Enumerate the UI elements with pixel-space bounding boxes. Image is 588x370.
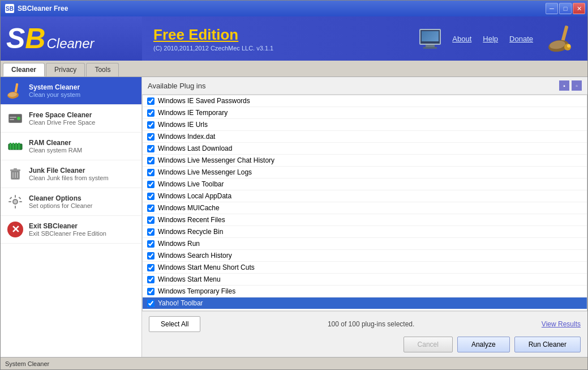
plugin-header-icons: ▪ ▫ (559, 80, 582, 91)
sidebar-item-ram-title: RAM Cleaner (29, 139, 136, 147)
plugin-list-container[interactable]: Windows IE Saved PasswordsWindows IE Tem… (142, 95, 587, 311)
plugin-list-item[interactable]: Windows Live Messenger Chat History (143, 155, 587, 167)
tab-tools[interactable]: Tools (86, 63, 119, 76)
logo-cleaner: Cleaner (46, 36, 94, 52)
svg-point-4 (567, 44, 570, 48)
plugin-checkbox[interactable] (147, 121, 154, 129)
plugin-list-item[interactable]: Windows Live Toolbar (143, 178, 587, 190)
tab-cleaner[interactable]: Cleaner (3, 63, 45, 76)
plugin-checkbox[interactable] (147, 240, 154, 248)
plugin-count: 100 of 100 plug-ins selected. (207, 320, 535, 328)
title-bar: SB SBCleaner Free ─ □ ✕ (1, 1, 587, 16)
plugin-list-item[interactable]: Windows Recent Files (143, 214, 587, 226)
ram-icon (6, 137, 24, 155)
plugin-label: Windows Start Menu Short Cuts (158, 263, 255, 271)
close-button[interactable]: ✕ (573, 3, 585, 14)
plugin-list-item[interactable]: Windows Live Messenger Logs (143, 167, 587, 178)
svg-rect-29 (15, 206, 16, 209)
plugin-list-item[interactable]: Windows Start Menu Short Cuts (143, 262, 587, 274)
sidebar-item-cleaner-options[interactable]: Cleaner Options Set options for Cleaner (1, 188, 141, 216)
sidebar-item-text: Cleaner Options Set options for Cleaner (29, 194, 136, 209)
logo-s: S (6, 23, 25, 54)
title-bar-controls: ─ □ ✕ (546, 3, 585, 14)
maximize-button[interactable]: □ (559, 3, 572, 14)
cancel-button[interactable]: Cancel (404, 337, 453, 352)
plugin-checkbox[interactable] (147, 97, 154, 105)
sidebar-item-exit-title: Exit SBCleaner (29, 222, 136, 230)
plugin-list-item[interactable]: Windows Run (143, 238, 587, 250)
plugin-label: Windows Local AppData (158, 192, 231, 200)
donate-link[interactable]: Donate (509, 35, 533, 43)
plugin-checkbox[interactable] (147, 205, 154, 212)
plugin-list-item[interactable]: Windows MUICache (143, 202, 587, 214)
sidebar-item-ram-cleaner[interactable]: RAM Cleaner Clean system RAM (1, 133, 141, 160)
about-link[interactable]: About (452, 35, 471, 43)
tab-privacy[interactable]: Privacy (46, 63, 85, 76)
plugin-checkbox[interactable] (147, 169, 154, 176)
view-results-link[interactable]: View Results (542, 320, 581, 328)
sidebar-item-exit-subtitle: Exit SBCleaner Free Edition (29, 230, 136, 237)
header: SB Cleaner Free Edition (C) 2010,2011,20… (1, 16, 587, 61)
plugin-checkbox[interactable] (147, 157, 154, 164)
main-content: System Cleaner Clean your system Free Sp… (1, 77, 587, 357)
sidebar-item-text: System Cleaner Clean your system (29, 83, 136, 98)
plugin-label: Windows Start Menu (158, 275, 221, 283)
sidebar-item-junk-subtitle: Clean Junk files from system (29, 175, 136, 181)
plugin-list-item[interactable]: Windows IE Urls (143, 119, 587, 131)
plugin-label: Windows Last Download (158, 144, 232, 152)
svg-point-27 (14, 200, 17, 203)
sidebar-item-text: RAM Cleaner Clean system RAM (29, 139, 136, 154)
plugin-label: Windows IE Saved Passwords (158, 97, 250, 105)
logo-b: B (25, 23, 45, 54)
plugin-checkbox[interactable] (147, 181, 154, 188)
plugin-list-item[interactable]: Windows Search History (143, 250, 587, 262)
sidebar-item-system-cleaner[interactable]: System Cleaner Clean your system (1, 77, 141, 105)
plugin-header: Available Plug ins ▪ ▫ (142, 77, 587, 95)
plugin-label: Windows Recycle Bin (158, 228, 223, 236)
plugin-checkbox[interactable] (147, 252, 154, 260)
svg-rect-16 (12, 143, 14, 150)
plugin-area: Available Plug ins ▪ ▫ Windows IE Saved … (142, 77, 587, 357)
plugin-list-item[interactable]: Windows Temporary Files (143, 286, 587, 297)
plugin-list: Windows IE Saved PasswordsWindows IE Tem… (143, 95, 587, 309)
plugin-list-item[interactable]: Windows IE Temporary (143, 107, 587, 119)
plugin-list-item[interactable]: Windows Index.dat (143, 131, 587, 143)
plugin-label: Windows Live Messenger Logs (158, 168, 252, 176)
plugin-list-item[interactable]: Yahoo! Toolbar (143, 297, 587, 309)
plugin-checkbox[interactable] (147, 193, 154, 200)
plugin-list-item[interactable]: Windows Last Download (143, 143, 587, 155)
svg-rect-33 (19, 197, 22, 199)
plugin-list-item[interactable]: Windows Local AppData (143, 190, 587, 202)
analyze-button[interactable]: Analyze (457, 337, 510, 352)
sidebar-item-junk-file-cleaner[interactable]: Junk File Cleaner Clean Junk files from … (1, 160, 141, 188)
expand-icon[interactable]: ▫ (572, 80, 582, 91)
svg-rect-5 (15, 83, 19, 92)
plugin-checkbox[interactable] (147, 276, 154, 283)
plugin-list-item[interactable]: Windows IE Saved Passwords (143, 95, 587, 107)
sidebar-item-junk-title: Junk File Cleaner (29, 167, 136, 175)
plugin-checkbox[interactable] (147, 288, 154, 295)
plugin-checkbox[interactable] (147, 300, 154, 307)
run-cleaner-button[interactable]: Run Cleaner (514, 337, 581, 352)
sidebar-item-exit[interactable]: ✕ Exit SBCleaner Exit SBCleaner Free Edi… (1, 216, 141, 244)
collapse-icon[interactable]: ▪ (559, 80, 569, 91)
help-link[interactable]: Help (483, 35, 498, 43)
select-all-button[interactable]: Select All (149, 316, 200, 332)
plugin-checkbox[interactable] (147, 109, 154, 117)
bottom-bar: Select All 100 of 100 plug-ins selected.… (142, 311, 587, 357)
sidebar-item-free-space-cleaner[interactable]: Free Space Cleaner Clean Drive Free Spac… (1, 105, 141, 133)
plugin-list-item[interactable]: Windows Start Menu (143, 274, 587, 286)
plugin-checkbox[interactable] (147, 216, 154, 224)
app-icon: SB (5, 4, 14, 13)
plugin-checkbox[interactable] (147, 133, 154, 141)
svg-rect-12 (10, 119, 14, 120)
bottom-bar-row2: Cancel Analyze Run Cleaner (149, 337, 581, 352)
plugin-checkbox[interactable] (147, 228, 154, 236)
plugin-label: Windows Live Messenger Chat History (158, 156, 274, 164)
plugin-checkbox[interactable] (147, 145, 154, 152)
plugin-checkbox[interactable] (147, 264, 154, 271)
minimize-button[interactable]: ─ (546, 3, 558, 14)
plugin-label: Windows Live Toolbar (158, 180, 224, 188)
plugin-label: Windows IE Temporary (158, 109, 228, 117)
plugin-list-item[interactable]: Windows Recycle Bin (143, 226, 587, 238)
